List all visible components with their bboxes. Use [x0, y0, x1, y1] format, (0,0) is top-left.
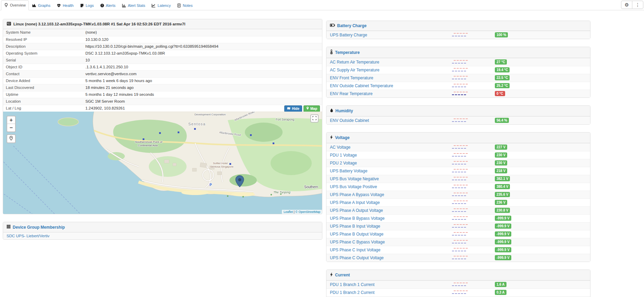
attribute-value: 10: [85, 58, 90, 63]
leaflet-link[interactable]: Leaflet: [284, 210, 293, 214]
tab-overview[interactable]: Overview: [1, 0, 29, 10]
sensor-label[interactable]: ENV Outside Cabinet: [330, 118, 369, 123]
sensor-sparkline: [452, 151, 468, 159]
sensor-sparkline: [452, 254, 468, 262]
note-icon: [80, 3, 84, 8]
sensor-row: UPS Phase A Input Voltage 236 V: [326, 198, 590, 206]
sensor-label[interactable]: UPS Battery Voltage: [330, 169, 367, 173]
file-icon: [177, 3, 181, 8]
attribute-value: https://10.130.0.120/cgi-bin/main_page_p…: [85, 44, 218, 49]
sensor-value-badge: 100 %: [495, 32, 508, 37]
sensor-value-badge: 19.4 °C: [495, 67, 510, 72]
tab-alerts[interactable]: Alerts: [97, 1, 119, 10]
sensor-sparkline: [452, 175, 468, 183]
sensor-label[interactable]: PDU 1 Branch 1 Current: [330, 282, 374, 287]
humidity-panel: Humidity ENV Outside Cabinet 56.4 %: [326, 105, 591, 125]
temperature-header: Temperature: [326, 47, 590, 58]
map-attribution: Leaflet | © OpenStreetMap: [282, 210, 322, 214]
current-header: Current: [326, 270, 590, 281]
sensor-label[interactable]: UPS Phase C Bypass Voltage: [330, 240, 385, 244]
sensor-label[interactable]: UPS Phase A Output Voltage: [330, 208, 383, 213]
sensor-value-badge: -999.9 V: [495, 255, 511, 260]
hide-map-button[interactable]: Hide: [284, 105, 302, 112]
attribute-value: 5 months 1 day 12 minutes 19 seconds: [85, 92, 154, 98]
device-attribute-row: System Name (none): [3, 29, 322, 36]
sensor-sparkline: [452, 159, 468, 167]
bolt-icon: [330, 272, 333, 278]
sensor-label[interactable]: ENV Rear Temperature: [330, 91, 373, 96]
device-attribute-row: Uptime 5 months 1 day 12 minutes 19 seco…: [3, 91, 322, 98]
sensor-label[interactable]: UPS Battery Charge: [330, 33, 367, 37]
sensor-label[interactable]: ENV Outside Cabinet Temperature: [330, 83, 393, 88]
tab-alert-stats[interactable]: Alert Stats: [119, 1, 148, 10]
device-tabs-nav: Overview Graphs Health Logs Alerts Alert…: [0, 0, 644, 10]
device-group-row: SDC UPS- Liebert/Vertiv: [3, 232, 322, 239]
sensor-label[interactable]: PDU 1 Branch 2 Current: [330, 290, 374, 295]
sensor-sparkline: [452, 90, 468, 98]
device-info-header: Linux (none) 3.12.103.12-am335xpsp-TMKv1…: [3, 19, 322, 29]
kebab-icon[interactable]: ⋮: [632, 1, 643, 9]
tab-logs[interactable]: Logs: [77, 1, 97, 10]
sensor-label[interactable]: PDU 1 Voltage: [330, 153, 357, 158]
sensor-label[interactable]: UPS Phase A Input Voltage: [330, 200, 380, 205]
device-attribute-row: Last Discovered 18 minutes 21 seconds ag…: [3, 84, 322, 91]
sensor-value-badge: 382.1 V: [495, 176, 510, 181]
gear-icon[interactable]: ⚙: [621, 1, 632, 9]
tab-health[interactable]: Health: [53, 1, 77, 10]
sensor-row: UPS Phase A Bypass Voltage 235.6 V: [326, 191, 590, 198]
sensor-label[interactable]: UPS Bus Voltage Positive: [330, 184, 377, 189]
sensor-row: UPS Battery Voltage 218 V: [326, 167, 590, 175]
sensor-value-badge: -999.9 V: [495, 231, 511, 237]
sensor-label[interactable]: PDU 2 Voltage: [330, 161, 357, 165]
device-info-panel: Linux (none) 3.12.103.12-am335xpsp-TMKv1…: [3, 19, 322, 214]
device-attribute-row: Serial 10: [3, 57, 322, 64]
show-map-button[interactable]: Map: [303, 105, 320, 112]
attribute-value: SGC 1M Server Room: [85, 99, 125, 104]
sensor-value-badge: 227 V: [495, 145, 507, 150]
line-chart-icon: [151, 3, 156, 8]
zoom-out-button[interactable]: −: [7, 124, 15, 132]
location-map[interactable]: Sentosa Development Corporation Fort Ser…: [3, 112, 322, 214]
sensor-label[interactable]: UPS Phase A Bypass Voltage: [330, 192, 384, 197]
locate-button[interactable]: [7, 134, 16, 143]
sensor-row: UPS Bus Voltage Negative 382.1 V: [326, 175, 590, 183]
osm-link[interactable]: © OpenStreetMap: [295, 210, 320, 214]
tab-graphs[interactable]: Graphs: [29, 1, 53, 10]
battery-charge-header: Battery Charge: [326, 21, 590, 31]
sensor-label[interactable]: UPS Phase B Bypass Voltage: [330, 216, 384, 221]
sensor-sparkline: [452, 191, 468, 199]
sensor-label[interactable]: UPS Phase B Output Voltage: [330, 232, 383, 237]
voltage-header: Voltage: [326, 133, 590, 143]
tab-latency[interactable]: Latency: [148, 1, 174, 10]
device-group-link[interactable]: SDC UPS- Liebert/Vertiv: [7, 234, 49, 238]
sensor-sparkline: [452, 230, 468, 238]
map-fullscreen-button[interactable]: [310, 114, 319, 123]
sensor-row: PDU 2 Voltage 230 V: [326, 159, 590, 167]
sensor-label[interactable]: ENV Front Temperature: [330, 76, 373, 80]
sensor-value-badge: 230.8 V: [495, 208, 510, 213]
sensor-label[interactable]: UPS Phase B Input Voltage: [330, 224, 380, 229]
zoom-in-button[interactable]: +: [7, 116, 15, 124]
attribute-label: Description: [6, 44, 26, 48]
device-attribute-row: Object ID .1.3.6.1.4.1.2021.250.10: [3, 64, 322, 70]
sensor-label[interactable]: AC Return Air Temperature: [330, 60, 379, 65]
sensor-row: UPS Phase C Output Voltage -999.9 V: [326, 254, 590, 262]
sensor-label[interactable]: UPS Phase C Input Voltage: [330, 248, 380, 252]
sensor-label[interactable]: UPS Phase C Output Voltage: [330, 255, 384, 260]
tab-label: Latency: [157, 3, 171, 8]
sensor-value-badge: 218 V: [495, 168, 507, 173]
temperature-panel: Temperature AC Return Air Temperature 27…: [326, 47, 591, 98]
sensor-label[interactable]: AC Voltage: [330, 145, 350, 150]
attribute-label: Operating System: [6, 51, 37, 55]
device-group-panel: Device Group Membership SDC UPS- Liebert…: [3, 222, 322, 240]
sensor-row: AC Voltage 227 V: [326, 143, 590, 151]
attribute-value: 5 months 1 week 6 days 19 hours ago: [85, 78, 152, 84]
sensor-label[interactable]: UPS Bus Voltage Negative: [330, 176, 379, 181]
attribute-value: vertivc.service@vertivco.com: [85, 71, 136, 77]
bar-chart-icon: [122, 3, 126, 8]
tab-notes[interactable]: Notes: [174, 1, 196, 10]
sensor-label[interactable]: AC Supply Air Temperature: [330, 68, 380, 72]
sensor-value-badge: 56.4 %: [495, 118, 509, 123]
map-pin-icon: [306, 106, 309, 111]
device-title: Linux (none) 3.12.103.12-am335xpsp-TMKv1…: [13, 22, 185, 26]
